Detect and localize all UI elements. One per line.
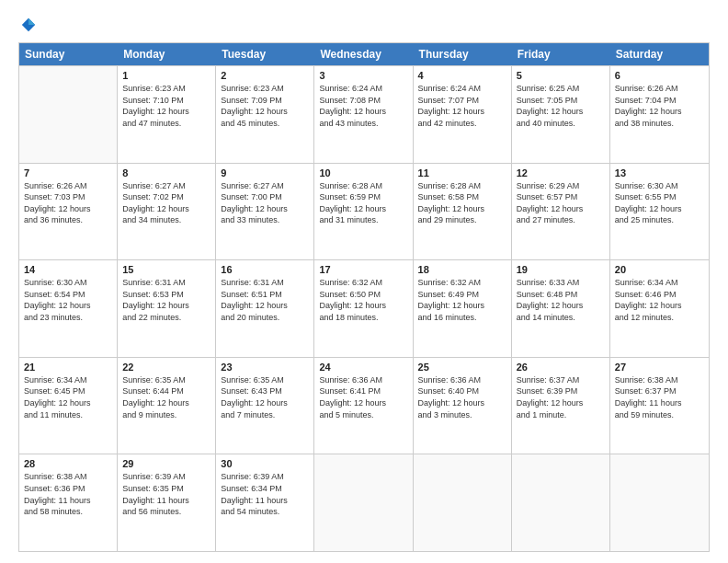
- day-number: 7: [24, 167, 112, 178]
- calendar-day-9: 9Sunrise: 6:27 AM Sunset: 7:00 PM Daylig…: [216, 164, 314, 260]
- day-info: Sunrise: 6:26 AM Sunset: 7:03 PM Dayligh…: [24, 180, 112, 226]
- day-number: 11: [418, 167, 506, 178]
- day-number: 6: [615, 70, 704, 81]
- calendar-day-5: 5Sunrise: 6:25 AM Sunset: 7:05 PM Daylig…: [512, 66, 610, 163]
- calendar-day-13: 13Sunrise: 6:30 AM Sunset: 6:55 PM Dayli…: [610, 164, 709, 260]
- calendar-day-8: 8Sunrise: 6:27 AM Sunset: 7:02 PM Daylig…: [118, 164, 216, 260]
- calendar-day-26: 26Sunrise: 6:37 AM Sunset: 6:39 PM Dayli…: [512, 358, 610, 454]
- header: [18, 17, 710, 33]
- day-info: Sunrise: 6:38 AM Sunset: 6:37 PM Dayligh…: [615, 374, 704, 420]
- calendar-day-17: 17Sunrise: 6:32 AM Sunset: 6:50 PM Dayli…: [314, 260, 413, 357]
- day-number: 2: [221, 70, 309, 81]
- day-number: 27: [615, 362, 704, 373]
- calendar-day-14: 14Sunrise: 6:30 AM Sunset: 6:54 PM Dayli…: [19, 260, 118, 357]
- calendar-day-21: 21Sunrise: 6:34 AM Sunset: 6:45 PM Dayli…: [19, 358, 118, 454]
- day-number: 22: [122, 362, 210, 373]
- calendar-day-empty-3: [314, 454, 413, 551]
- day-number: 24: [319, 362, 407, 373]
- day-info: Sunrise: 6:31 AM Sunset: 6:53 PM Dayligh…: [122, 277, 210, 323]
- day-info: Sunrise: 6:34 AM Sunset: 6:46 PM Dayligh…: [615, 277, 704, 323]
- day-info: Sunrise: 6:23 AM Sunset: 7:10 PM Dayligh…: [122, 83, 210, 129]
- calendar-day-2: 2Sunrise: 6:23 AM Sunset: 7:09 PM Daylig…: [216, 66, 314, 163]
- day-number: 8: [122, 167, 210, 178]
- day-number: 14: [24, 264, 112, 275]
- day-info: Sunrise: 6:39 AM Sunset: 6:35 PM Dayligh…: [122, 471, 210, 517]
- weekday-header-monday: Monday: [118, 43, 216, 65]
- calendar-day-24: 24Sunrise: 6:36 AM Sunset: 6:41 PM Dayli…: [314, 358, 413, 454]
- weekday-header-tuesday: Tuesday: [216, 43, 314, 65]
- calendar-week-2: 7Sunrise: 6:26 AM Sunset: 7:03 PM Daylig…: [19, 163, 709, 260]
- svg-marker-1: [28, 18, 35, 25]
- calendar-day-6: 6Sunrise: 6:26 AM Sunset: 7:04 PM Daylig…: [610, 66, 709, 163]
- weekday-header-wednesday: Wednesday: [314, 43, 413, 65]
- day-info: Sunrise: 6:25 AM Sunset: 7:05 PM Dayligh…: [517, 83, 605, 129]
- weekday-header-thursday: Thursday: [414, 43, 512, 65]
- day-info: Sunrise: 6:35 AM Sunset: 6:43 PM Dayligh…: [221, 374, 309, 420]
- calendar-day-15: 15Sunrise: 6:31 AM Sunset: 6:53 PM Dayli…: [118, 260, 216, 357]
- day-number: 5: [517, 70, 605, 81]
- weekday-header-friday: Friday: [512, 43, 610, 65]
- calendar-day-11: 11Sunrise: 6:28 AM Sunset: 6:58 PM Dayli…: [414, 164, 512, 260]
- calendar-week-3: 14Sunrise: 6:30 AM Sunset: 6:54 PM Dayli…: [19, 259, 709, 357]
- day-info: Sunrise: 6:27 AM Sunset: 7:00 PM Dayligh…: [221, 180, 309, 226]
- day-number: 9: [221, 167, 309, 178]
- day-number: 16: [221, 264, 309, 275]
- day-number: 21: [24, 362, 112, 373]
- day-info: Sunrise: 6:30 AM Sunset: 6:55 PM Dayligh…: [615, 180, 704, 226]
- page: SundayMondayTuesdayWednesdayThursdayFrid…: [0, 0, 728, 563]
- day-number: 15: [122, 264, 210, 275]
- calendar-day-10: 10Sunrise: 6:28 AM Sunset: 6:59 PM Dayli…: [314, 164, 413, 260]
- day-number: 3: [319, 70, 407, 81]
- day-info: Sunrise: 6:26 AM Sunset: 7:04 PM Dayligh…: [615, 83, 704, 129]
- calendar-week-4: 21Sunrise: 6:34 AM Sunset: 6:45 PM Dayli…: [19, 357, 709, 454]
- day-number: 28: [24, 458, 112, 469]
- calendar-day-29: 29Sunrise: 6:39 AM Sunset: 6:35 PM Dayli…: [118, 454, 216, 551]
- day-number: 19: [517, 264, 605, 275]
- day-info: Sunrise: 6:37 AM Sunset: 6:39 PM Dayligh…: [517, 374, 605, 420]
- day-info: Sunrise: 6:23 AM Sunset: 7:09 PM Dayligh…: [221, 83, 309, 129]
- calendar-body: 1Sunrise: 6:23 AM Sunset: 7:10 PM Daylig…: [19, 65, 709, 551]
- calendar-day-19: 19Sunrise: 6:33 AM Sunset: 6:48 PM Dayli…: [512, 260, 610, 357]
- day-info: Sunrise: 6:28 AM Sunset: 6:59 PM Dayligh…: [319, 180, 407, 226]
- calendar-day-25: 25Sunrise: 6:36 AM Sunset: 6:40 PM Dayli…: [414, 358, 512, 454]
- day-info: Sunrise: 6:39 AM Sunset: 6:34 PM Dayligh…: [221, 471, 309, 517]
- calendar-day-27: 27Sunrise: 6:38 AM Sunset: 6:37 PM Dayli…: [610, 358, 709, 454]
- day-number: 29: [122, 458, 210, 469]
- day-number: 1: [122, 70, 210, 81]
- calendar-day-23: 23Sunrise: 6:35 AM Sunset: 6:43 PM Dayli…: [216, 358, 314, 454]
- calendar-day-empty-6: [610, 454, 709, 551]
- day-info: Sunrise: 6:29 AM Sunset: 6:57 PM Dayligh…: [517, 180, 605, 226]
- calendar-day-1: 1Sunrise: 6:23 AM Sunset: 7:10 PM Daylig…: [118, 66, 216, 163]
- day-number: 20: [615, 264, 704, 275]
- calendar-day-28: 28Sunrise: 6:38 AM Sunset: 6:36 PM Dayli…: [19, 454, 118, 551]
- day-info: Sunrise: 6:27 AM Sunset: 7:02 PM Dayligh…: [122, 180, 210, 226]
- day-info: Sunrise: 6:31 AM Sunset: 6:51 PM Dayligh…: [221, 277, 309, 323]
- calendar-day-12: 12Sunrise: 6:29 AM Sunset: 6:57 PM Dayli…: [512, 164, 610, 260]
- day-number: 12: [517, 167, 605, 178]
- calendar-header: SundayMondayTuesdayWednesdayThursdayFrid…: [19, 43, 709, 65]
- day-number: 26: [517, 362, 605, 373]
- day-number: 25: [418, 362, 506, 373]
- day-number: 4: [418, 70, 506, 81]
- day-number: 18: [418, 264, 506, 275]
- calendar-day-4: 4Sunrise: 6:24 AM Sunset: 7:07 PM Daylig…: [414, 66, 512, 163]
- calendar-week-1: 1Sunrise: 6:23 AM Sunset: 7:10 PM Daylig…: [19, 65, 709, 163]
- day-info: Sunrise: 6:34 AM Sunset: 6:45 PM Dayligh…: [24, 374, 112, 420]
- day-number: 10: [319, 167, 407, 178]
- day-info: Sunrise: 6:33 AM Sunset: 6:48 PM Dayligh…: [517, 277, 605, 323]
- weekday-header-saturday: Saturday: [610, 43, 709, 65]
- calendar-day-16: 16Sunrise: 6:31 AM Sunset: 6:51 PM Dayli…: [216, 260, 314, 357]
- day-number: 13: [615, 167, 704, 178]
- calendar-week-5: 28Sunrise: 6:38 AM Sunset: 6:36 PM Dayli…: [19, 454, 709, 551]
- day-info: Sunrise: 6:30 AM Sunset: 6:54 PM Dayligh…: [24, 277, 112, 323]
- day-info: Sunrise: 6:36 AM Sunset: 6:40 PM Dayligh…: [418, 374, 506, 420]
- calendar-day-empty-5: [512, 454, 610, 551]
- calendar-day-22: 22Sunrise: 6:35 AM Sunset: 6:44 PM Dayli…: [118, 358, 216, 454]
- day-info: Sunrise: 6:38 AM Sunset: 6:36 PM Dayligh…: [24, 471, 112, 517]
- calendar-day-empty-4: [414, 454, 512, 551]
- calendar-day-30: 30Sunrise: 6:39 AM Sunset: 6:34 PM Dayli…: [216, 454, 314, 551]
- weekday-header-sunday: Sunday: [19, 43, 118, 65]
- day-info: Sunrise: 6:32 AM Sunset: 6:49 PM Dayligh…: [418, 277, 506, 323]
- day-info: Sunrise: 6:24 AM Sunset: 7:08 PM Dayligh…: [319, 83, 407, 129]
- day-info: Sunrise: 6:35 AM Sunset: 6:44 PM Dayligh…: [122, 374, 210, 420]
